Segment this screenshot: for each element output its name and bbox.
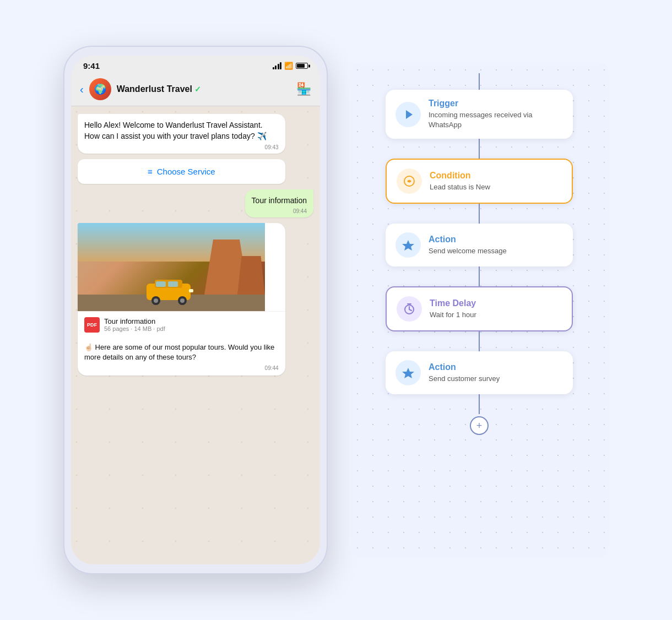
message-time: 09:43 <box>84 144 279 150</box>
wifi-icon: 📶 <box>284 62 293 70</box>
trigger-desc: Incoming messages received via WhatsApp <box>429 110 563 130</box>
status-bar: 9:41 📶 <box>71 56 320 74</box>
status-icons: 📶 <box>273 62 308 70</box>
status-time: 9:41 <box>83 61 100 70</box>
time-delay-desc: Wait for 1 hour <box>430 310 562 320</box>
flow-card-action-welcome[interactable]: Action Send welcome message <box>386 224 573 267</box>
message-bottom-time: 09:44 <box>84 365 279 372</box>
time-delay-title: Time Delay <box>430 298 562 308</box>
message-bottom-text: ☝🏻 Here are some of our most popular tou… <box>78 338 285 376</box>
action-survey-title: Action <box>429 362 563 372</box>
flow-card-condition[interactable]: Condition Lead status is New <box>386 159 573 204</box>
svg-point-7 <box>180 298 185 303</box>
add-step-button[interactable]: + <box>470 416 489 435</box>
phone-mockup: 9:41 📶 ‹ 🌍 Wanderlust Travel <box>63 46 328 574</box>
verified-badge: ✓ <box>194 85 201 94</box>
action-welcome-title: Action <box>429 235 563 244</box>
connector-4 <box>479 331 480 351</box>
van-illustration <box>144 275 199 306</box>
svg-marker-9 <box>406 110 413 119</box>
message-text: Hello Alex! Welcome to Wanderlust Travel… <box>84 119 279 142</box>
avatar: 🌍 <box>89 78 111 100</box>
pdf-info: Tour information 56 pages · 14 MB · pdf <box>104 317 279 332</box>
pdf-icon: PDF <box>84 317 100 333</box>
action-welcome-desc: Send welcome message <box>429 246 563 256</box>
action-welcome-icon <box>395 232 421 258</box>
time-delay-content: Time Delay Wait for 1 hour <box>430 298 562 320</box>
connector-1 <box>479 139 480 159</box>
trigger-content: Trigger Incoming messages received via W… <box>429 99 563 130</box>
top-connector-line <box>479 73 480 90</box>
time-delay-icon <box>397 296 422 322</box>
chat-header: ‹ 🌍 Wanderlust Travel ✓ 🏪 <box>71 74 320 106</box>
tour-image <box>78 223 265 311</box>
trigger-title: Trigger <box>429 99 563 108</box>
connector-5 <box>479 394 480 414</box>
choose-service-button[interactable]: ≡ Choose Service <box>78 159 285 184</box>
svg-marker-16 <box>402 368 414 378</box>
back-button[interactable]: ‹ <box>80 83 84 96</box>
pdf-name: Tour information <box>104 317 279 325</box>
message-received-welcome: Hello Alex! Welcome to Wanderlust Travel… <box>78 114 285 154</box>
svg-line-14 <box>409 309 411 311</box>
flow-card-action-survey[interactable]: Action Send customer survey <box>386 351 573 394</box>
condition-title: Condition <box>430 171 562 181</box>
condition-desc: Lead status is New <box>430 182 562 192</box>
contact-name: Wanderlust Travel ✓ <box>117 84 291 94</box>
connector-3 <box>479 267 480 286</box>
message-time: 09:44 <box>252 208 307 214</box>
action-welcome-content: Action Send welcome message <box>429 235 563 256</box>
pdf-attachment: PDF Tour information 56 pages · 14 MB · … <box>78 311 285 338</box>
flow-items: Trigger Incoming messages received via W… <box>366 73 592 435</box>
condition-icon <box>397 168 422 194</box>
phone-screen: 9:41 📶 ‹ 🌍 Wanderlust Travel <box>71 56 320 564</box>
message-image-card: PDF Tour information 56 pages · 14 MB · … <box>78 223 285 376</box>
svg-point-5 <box>154 298 158 303</box>
action-survey-content: Action Send customer survey <box>429 362 563 384</box>
action-survey-desc: Send customer survey <box>429 374 563 384</box>
action-survey-icon <box>395 360 421 385</box>
chat-body: Hello Alex! Welcome to Wanderlust Travel… <box>71 106 320 564</box>
trigger-icon <box>395 102 421 127</box>
condition-content: Condition Lead status is New <box>430 171 562 192</box>
flow-card-trigger[interactable]: Trigger Incoming messages received via W… <box>386 90 573 139</box>
pdf-meta: 56 pages · 14 MB · pdf <box>104 325 279 332</box>
svg-rect-8 <box>189 289 193 292</box>
message-text: Tour information <box>252 195 307 206</box>
list-icon: ≡ <box>148 167 153 176</box>
svg-rect-2 <box>156 281 166 287</box>
message-sent-tour: Tour information 09:44 <box>245 189 313 217</box>
contact-info: Wanderlust Travel ✓ <box>117 84 291 94</box>
svg-rect-3 <box>168 281 178 287</box>
store-icon[interactable]: 🏪 <box>296 82 311 96</box>
svg-marker-11 <box>402 240 414 251</box>
signal-icon <box>273 62 282 69</box>
connector-2 <box>479 204 480 224</box>
flow-card-time-delay[interactable]: Time Delay Wait for 1 hour <box>386 286 573 331</box>
flow-panel: Trigger Incoming messages received via W… <box>350 62 609 558</box>
battery-icon <box>296 63 308 69</box>
